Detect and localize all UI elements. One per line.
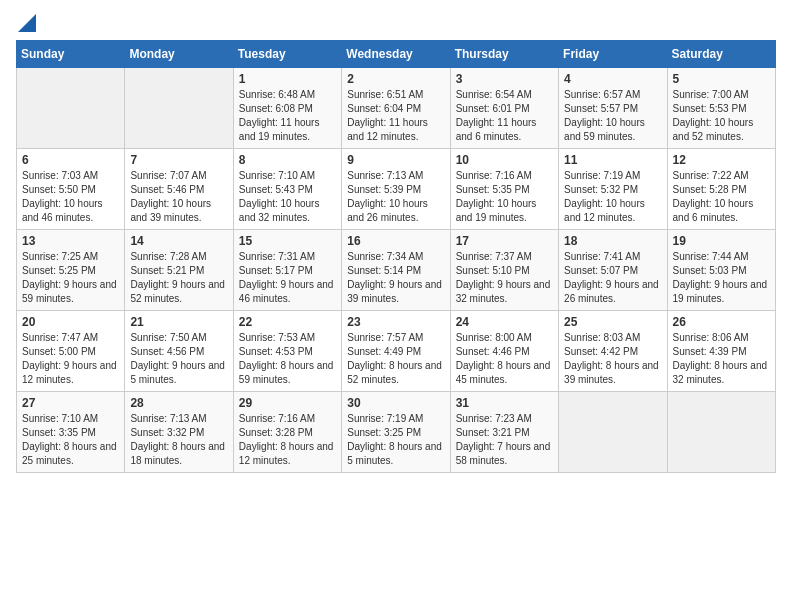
day-info: Sunrise: 7:13 AMSunset: 5:39 PMDaylight:…: [347, 169, 444, 225]
calendar-cell: 9Sunrise: 7:13 AMSunset: 5:39 PMDaylight…: [342, 149, 450, 230]
day-info: Sunrise: 7:19 AMSunset: 3:25 PMDaylight:…: [347, 412, 444, 468]
svg-marker-0: [18, 14, 36, 32]
day-number: 24: [456, 315, 553, 329]
calendar-cell: 15Sunrise: 7:31 AMSunset: 5:17 PMDayligh…: [233, 230, 341, 311]
day-number: 30: [347, 396, 444, 410]
calendar-cell: 12Sunrise: 7:22 AMSunset: 5:28 PMDayligh…: [667, 149, 775, 230]
day-number: 10: [456, 153, 553, 167]
weekday-header-monday: Monday: [125, 41, 233, 68]
calendar-cell: [17, 68, 125, 149]
day-number: 18: [564, 234, 661, 248]
day-info: Sunrise: 6:48 AMSunset: 6:08 PMDaylight:…: [239, 88, 336, 144]
weekday-header-row: SundayMondayTuesdayWednesdayThursdayFrid…: [17, 41, 776, 68]
day-info: Sunrise: 7:13 AMSunset: 3:32 PMDaylight:…: [130, 412, 227, 468]
day-number: 12: [673, 153, 770, 167]
day-number: 28: [130, 396, 227, 410]
calendar-cell: 24Sunrise: 8:00 AMSunset: 4:46 PMDayligh…: [450, 311, 558, 392]
day-info: Sunrise: 7:57 AMSunset: 4:49 PMDaylight:…: [347, 331, 444, 387]
day-info: Sunrise: 7:10 AMSunset: 3:35 PMDaylight:…: [22, 412, 119, 468]
day-info: Sunrise: 7:10 AMSunset: 5:43 PMDaylight:…: [239, 169, 336, 225]
day-info: Sunrise: 7:50 AMSunset: 4:56 PMDaylight:…: [130, 331, 227, 387]
calendar-cell: 29Sunrise: 7:16 AMSunset: 3:28 PMDayligh…: [233, 392, 341, 473]
day-number: 17: [456, 234, 553, 248]
day-info: Sunrise: 7:22 AMSunset: 5:28 PMDaylight:…: [673, 169, 770, 225]
day-info: Sunrise: 6:54 AMSunset: 6:01 PMDaylight:…: [456, 88, 553, 144]
day-info: Sunrise: 7:47 AMSunset: 5:00 PMDaylight:…: [22, 331, 119, 387]
calendar-cell: 31Sunrise: 7:23 AMSunset: 3:21 PMDayligh…: [450, 392, 558, 473]
calendar-cell: 27Sunrise: 7:10 AMSunset: 3:35 PMDayligh…: [17, 392, 125, 473]
calendar-cell: 1Sunrise: 6:48 AMSunset: 6:08 PMDaylight…: [233, 68, 341, 149]
day-info: Sunrise: 6:57 AMSunset: 5:57 PMDaylight:…: [564, 88, 661, 144]
calendar-week-row: 27Sunrise: 7:10 AMSunset: 3:35 PMDayligh…: [17, 392, 776, 473]
day-number: 6: [22, 153, 119, 167]
calendar-cell: 16Sunrise: 7:34 AMSunset: 5:14 PMDayligh…: [342, 230, 450, 311]
calendar-cell: 22Sunrise: 7:53 AMSunset: 4:53 PMDayligh…: [233, 311, 341, 392]
day-info: Sunrise: 7:23 AMSunset: 3:21 PMDaylight:…: [456, 412, 553, 468]
day-info: Sunrise: 7:16 AMSunset: 3:28 PMDaylight:…: [239, 412, 336, 468]
day-number: 11: [564, 153, 661, 167]
day-number: 29: [239, 396, 336, 410]
day-info: Sunrise: 7:03 AMSunset: 5:50 PMDaylight:…: [22, 169, 119, 225]
day-number: 26: [673, 315, 770, 329]
logo: [16, 16, 36, 32]
day-info: Sunrise: 6:51 AMSunset: 6:04 PMDaylight:…: [347, 88, 444, 144]
calendar-cell: 11Sunrise: 7:19 AMSunset: 5:32 PMDayligh…: [559, 149, 667, 230]
calendar-week-row: 6Sunrise: 7:03 AMSunset: 5:50 PMDaylight…: [17, 149, 776, 230]
weekday-header-thursday: Thursday: [450, 41, 558, 68]
calendar-week-row: 1Sunrise: 6:48 AMSunset: 6:08 PMDaylight…: [17, 68, 776, 149]
day-number: 7: [130, 153, 227, 167]
day-info: Sunrise: 7:28 AMSunset: 5:21 PMDaylight:…: [130, 250, 227, 306]
day-info: Sunrise: 7:53 AMSunset: 4:53 PMDaylight:…: [239, 331, 336, 387]
day-number: 19: [673, 234, 770, 248]
weekday-header-sunday: Sunday: [17, 41, 125, 68]
calendar-cell: [559, 392, 667, 473]
day-number: 23: [347, 315, 444, 329]
day-number: 4: [564, 72, 661, 86]
calendar-cell: 8Sunrise: 7:10 AMSunset: 5:43 PMDaylight…: [233, 149, 341, 230]
day-info: Sunrise: 7:00 AMSunset: 5:53 PMDaylight:…: [673, 88, 770, 144]
logo-icon: [18, 14, 36, 32]
weekday-header-tuesday: Tuesday: [233, 41, 341, 68]
day-number: 2: [347, 72, 444, 86]
day-number: 9: [347, 153, 444, 167]
day-info: Sunrise: 7:31 AMSunset: 5:17 PMDaylight:…: [239, 250, 336, 306]
day-info: Sunrise: 7:37 AMSunset: 5:10 PMDaylight:…: [456, 250, 553, 306]
header: [16, 16, 776, 32]
day-number: 25: [564, 315, 661, 329]
day-number: 1: [239, 72, 336, 86]
day-info: Sunrise: 7:07 AMSunset: 5:46 PMDaylight:…: [130, 169, 227, 225]
calendar-cell: 13Sunrise: 7:25 AMSunset: 5:25 PMDayligh…: [17, 230, 125, 311]
calendar-cell: 20Sunrise: 7:47 AMSunset: 5:00 PMDayligh…: [17, 311, 125, 392]
calendar-cell: 21Sunrise: 7:50 AMSunset: 4:56 PMDayligh…: [125, 311, 233, 392]
calendar-cell: 28Sunrise: 7:13 AMSunset: 3:32 PMDayligh…: [125, 392, 233, 473]
day-number: 22: [239, 315, 336, 329]
day-info: Sunrise: 7:19 AMSunset: 5:32 PMDaylight:…: [564, 169, 661, 225]
day-number: 14: [130, 234, 227, 248]
calendar-cell: 14Sunrise: 7:28 AMSunset: 5:21 PMDayligh…: [125, 230, 233, 311]
day-number: 20: [22, 315, 119, 329]
weekday-header-friday: Friday: [559, 41, 667, 68]
day-number: 13: [22, 234, 119, 248]
day-number: 15: [239, 234, 336, 248]
day-number: 27: [22, 396, 119, 410]
calendar-cell: 25Sunrise: 8:03 AMSunset: 4:42 PMDayligh…: [559, 311, 667, 392]
calendar-cell: 6Sunrise: 7:03 AMSunset: 5:50 PMDaylight…: [17, 149, 125, 230]
calendar-cell: 3Sunrise: 6:54 AMSunset: 6:01 PMDaylight…: [450, 68, 558, 149]
day-number: 5: [673, 72, 770, 86]
calendar-cell: [667, 392, 775, 473]
calendar-cell: [125, 68, 233, 149]
day-info: Sunrise: 7:25 AMSunset: 5:25 PMDaylight:…: [22, 250, 119, 306]
calendar-cell: 30Sunrise: 7:19 AMSunset: 3:25 PMDayligh…: [342, 392, 450, 473]
calendar-cell: 5Sunrise: 7:00 AMSunset: 5:53 PMDaylight…: [667, 68, 775, 149]
calendar-cell: 17Sunrise: 7:37 AMSunset: 5:10 PMDayligh…: [450, 230, 558, 311]
day-number: 8: [239, 153, 336, 167]
day-info: Sunrise: 7:34 AMSunset: 5:14 PMDaylight:…: [347, 250, 444, 306]
day-info: Sunrise: 7:44 AMSunset: 5:03 PMDaylight:…: [673, 250, 770, 306]
calendar-week-row: 20Sunrise: 7:47 AMSunset: 5:00 PMDayligh…: [17, 311, 776, 392]
calendar-cell: 4Sunrise: 6:57 AMSunset: 5:57 PMDaylight…: [559, 68, 667, 149]
day-info: Sunrise: 8:00 AMSunset: 4:46 PMDaylight:…: [456, 331, 553, 387]
calendar-cell: 19Sunrise: 7:44 AMSunset: 5:03 PMDayligh…: [667, 230, 775, 311]
day-info: Sunrise: 8:06 AMSunset: 4:39 PMDaylight:…: [673, 331, 770, 387]
day-info: Sunrise: 7:41 AMSunset: 5:07 PMDaylight:…: [564, 250, 661, 306]
calendar-cell: 26Sunrise: 8:06 AMSunset: 4:39 PMDayligh…: [667, 311, 775, 392]
